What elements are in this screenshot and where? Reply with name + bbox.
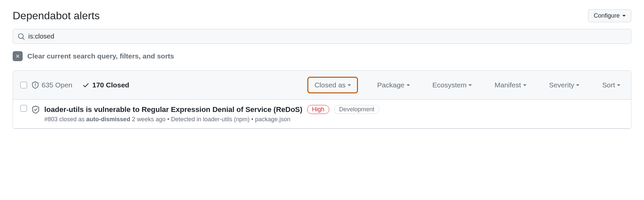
search-input[interactable]	[28, 33, 626, 40]
configure-button[interactable]: Configure	[588, 9, 631, 22]
configure-label: Configure	[594, 12, 620, 19]
check-icon	[82, 81, 90, 89]
caret-down-icon	[469, 84, 472, 86]
caret-down-icon	[407, 84, 410, 86]
filter-severity[interactable]: Severity	[546, 79, 583, 91]
shield-alert-icon	[32, 81, 39, 89]
page-title: Dependabot alerts	[13, 10, 100, 22]
alert-row[interactable]: loader-utils is vulnerable to Regular Ex…	[13, 100, 631, 129]
filter-ecosystem[interactable]: Ecosystem	[429, 79, 476, 91]
caret-down-icon	[348, 84, 351, 86]
search-box[interactable]	[13, 29, 631, 44]
closed-count-tab[interactable]: 170 Closed	[82, 81, 129, 89]
severity-badge: High	[307, 105, 329, 114]
open-count-tab[interactable]: 635 Open	[32, 81, 72, 89]
list-header: 635 Open 170 Closed Closed as Package Ec…	[13, 71, 631, 100]
closed-count-label: 170 Closed	[92, 81, 129, 89]
row-checkbox[interactable]	[20, 105, 27, 112]
alerts-list: 635 Open 170 Closed Closed as Package Ec…	[13, 70, 631, 129]
filter-manifest[interactable]: Manifest	[491, 79, 529, 91]
scope-badge: Development	[334, 105, 379, 114]
shield-check-icon	[32, 106, 40, 114]
caret-down-icon	[576, 84, 579, 86]
clear-filters-button[interactable]: Clear current search query, filters, and…	[13, 51, 631, 61]
alert-meta: #803 closed as auto-dismissed 2 weeks ag…	[44, 116, 624, 123]
select-all-checkbox[interactable]	[20, 82, 27, 88]
filter-package[interactable]: Package	[374, 79, 413, 91]
filter-closed-as[interactable]: Closed as	[307, 77, 358, 93]
open-count-label: 635 Open	[42, 81, 72, 89]
caret-down-icon	[523, 84, 526, 86]
alert-title[interactable]: loader-utils is vulnerable to Regular Ex…	[44, 105, 302, 114]
clear-filters-label: Clear current search query, filters, and…	[27, 52, 174, 60]
caret-down-icon	[622, 15, 626, 17]
x-icon	[13, 51, 23, 61]
filter-sort[interactable]: Sort	[599, 79, 624, 91]
caret-down-icon	[617, 84, 620, 86]
search-icon	[18, 33, 25, 40]
